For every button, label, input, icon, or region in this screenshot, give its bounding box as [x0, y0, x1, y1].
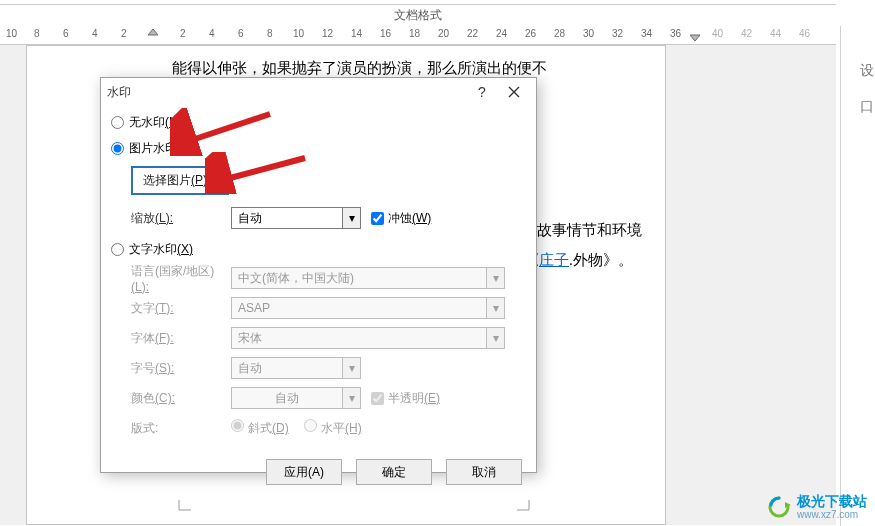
dialog-close-button[interactable]	[498, 79, 530, 105]
dialog-help-button[interactable]: ?	[466, 79, 498, 105]
scale-label: 缩放(L):	[131, 210, 231, 227]
ruler-mark: 10	[293, 28, 304, 39]
radio-text-watermark-row[interactable]: 文字水印(X)	[111, 237, 526, 261]
link-zhuangzi[interactable]: 庄子	[539, 252, 569, 268]
ruler-mark: 22	[467, 28, 478, 39]
dialog-title-text: 水印	[107, 84, 131, 101]
ruler-mark: 32	[612, 28, 623, 39]
washout-label: 冲蚀(W)	[388, 210, 431, 227]
radio-text-watermark-label: 文字水印(X)	[129, 241, 193, 258]
semitransparent-checkbox	[371, 392, 384, 405]
chevron-down-icon: ▾	[486, 328, 504, 348]
ruler-mark: 12	[322, 28, 333, 39]
sidebar-separator	[840, 26, 841, 526]
page-corner-mark	[177, 500, 191, 514]
apply-button[interactable]: 应用(A)	[266, 459, 342, 485]
ruler-mark: 6	[238, 28, 244, 39]
ruler-mark: 16	[380, 28, 391, 39]
indent-marker-right[interactable]	[690, 33, 700, 43]
ruler-mark: 6	[63, 28, 69, 39]
ribbon-tab-title: 文档格式	[0, 5, 836, 25]
size-combo: 自动 ▾	[231, 357, 361, 379]
radio-no-watermark-row[interactable]: 无水印(N)	[111, 110, 526, 134]
ruler-mark: 40	[712, 28, 723, 39]
radio-no-watermark-label: 无水印(N)	[129, 114, 182, 131]
layout-label: 版式:	[131, 420, 231, 437]
semitransparent-label: 半透明(E)	[388, 390, 440, 407]
chevron-down-icon: ▾	[486, 298, 504, 318]
font-combo: 宋体 ▾	[231, 327, 505, 349]
sidebar-label: 设	[860, 62, 874, 80]
ruler-mark: 4	[92, 28, 98, 39]
ruler-mark: 2	[121, 28, 127, 39]
ruler-mark: 46	[799, 28, 810, 39]
sidebar-label: 口	[860, 98, 874, 116]
ruler-mark: 30	[583, 28, 594, 39]
size-label: 字号(S):	[131, 360, 231, 377]
horizontal-ruler[interactable]: 10 8 6 4 2 2 4 6 8 10 12 14 16 18 20 22 …	[0, 25, 836, 45]
doc-line-story[interactable]: 故事情节和环境	[537, 218, 642, 242]
washout-checkbox[interactable]	[371, 212, 384, 225]
ruler-mark: 8	[267, 28, 273, 39]
scale-combo[interactable]: 自动 ▾	[231, 207, 361, 229]
chevron-down-icon: ▾	[342, 208, 360, 228]
logo-url: www.xz7.com	[797, 509, 867, 520]
chevron-down-icon: ▾	[342, 388, 360, 408]
ruler-mark: 36	[670, 28, 681, 39]
radio-text-watermark[interactable]	[111, 243, 124, 256]
svg-marker-1	[690, 35, 700, 41]
radio-image-watermark[interactable]	[111, 142, 124, 155]
ruler-mark: 24	[496, 28, 507, 39]
ruler-mark: 18	[409, 28, 420, 39]
cancel-button[interactable]: 取消	[446, 459, 522, 485]
font-label: 字体(F):	[131, 330, 231, 347]
ruler-mark: 4	[209, 28, 215, 39]
watermark-dialog: 水印 ? 无水印(N) 图片水印(I) 选择图片(P)... 缩放(L): 自动	[100, 77, 537, 473]
select-picture-button[interactable]: 选择图片(P)...	[131, 166, 229, 195]
indent-marker-top[interactable]	[148, 27, 158, 37]
color-combo: 自动 ▾	[231, 387, 361, 409]
watermark-logo: 极光下载站 www.xz7.com	[767, 493, 867, 520]
ruler-mark: 2	[180, 28, 186, 39]
ruler-mark: 42	[741, 28, 752, 39]
lang-label: 语言(国家/地区)(L):	[131, 263, 231, 294]
layout-horizontal-radio	[304, 419, 317, 432]
ruler-mark: 28	[554, 28, 565, 39]
ruler-mark: 26	[525, 28, 536, 39]
ruler-mark: 14	[351, 28, 362, 39]
text-label: 文字(T):	[131, 300, 231, 317]
layout-diagonal-radio	[231, 419, 244, 432]
dialog-titlebar[interactable]: 水印 ?	[101, 78, 536, 106]
page-corner-mark	[517, 500, 531, 514]
svg-marker-0	[148, 29, 158, 35]
layout-radio-group: 斜式(D) 水平(H)	[231, 419, 374, 437]
close-icon	[508, 86, 520, 98]
ok-button[interactable]: 确定	[356, 459, 432, 485]
help-icon: ?	[478, 84, 486, 100]
ruler-mark: 20	[438, 28, 449, 39]
chevron-down-icon: ▾	[342, 358, 360, 378]
chevron-down-icon: ▾	[486, 268, 504, 288]
lang-combo: 中文(简体，中国大陆) ▾	[231, 267, 505, 289]
ruler-mark: 10	[6, 28, 17, 39]
washout-checkbox-row[interactable]: 冲蚀(W)	[371, 210, 431, 227]
doc-line-quote[interactable]: 《庄子.外物》。	[524, 248, 633, 272]
semitransparent-checkbox-row: 半透明(E)	[371, 390, 440, 407]
radio-no-watermark[interactable]	[111, 116, 124, 129]
radio-image-watermark-row[interactable]: 图片水印(I)	[111, 136, 526, 160]
ruler-mark: 34	[641, 28, 652, 39]
radio-image-watermark-label: 图片水印(I)	[129, 140, 188, 157]
color-label: 颜色(C):	[131, 390, 231, 407]
text-combo: ASAP ▾	[231, 297, 505, 319]
ruler-mark: 44	[770, 28, 781, 39]
logo-icon	[767, 495, 791, 519]
ruler-mark: 8	[34, 28, 40, 39]
